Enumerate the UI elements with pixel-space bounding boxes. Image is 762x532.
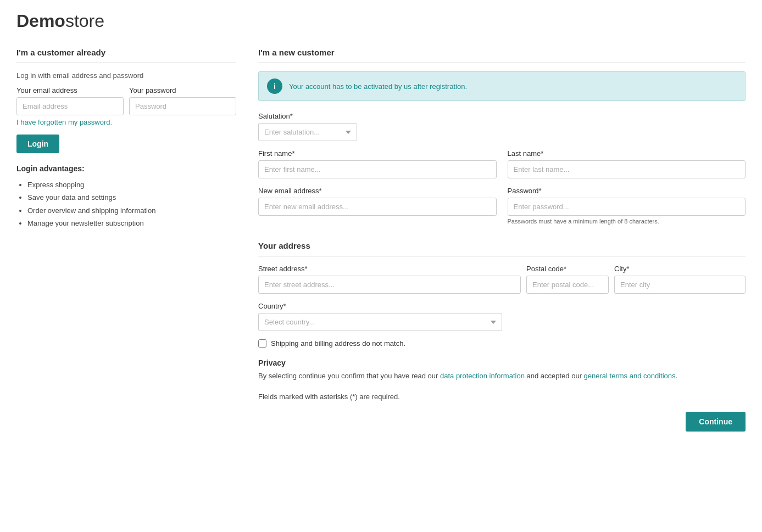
last-name-group: Last name* [508,149,746,178]
existing-customer-title: I'm a customer already [16,48,236,57]
country-select[interactable]: Select country... Germany Austria Switze… [258,313,502,331]
email-field-group: Your email address [16,86,124,115]
email-field-label: Your email address [16,86,124,94]
shipping-billing-label: Shipping and billing address do not matc… [271,339,405,348]
continue-row: Continue [258,412,746,432]
privacy-text-1: By selecting continue you confirm that y… [258,372,440,380]
logo-light: store [65,11,104,31]
email-input[interactable] [16,97,124,115]
last-name-label: Last name* [508,149,746,158]
privacy-text: By selecting continue you confirm that y… [258,371,746,382]
shipping-billing-row: Shipping and billing address do not matc… [258,339,746,348]
new-customer-title: I'm a new customer [258,48,746,57]
salutation-label: Salutation* [258,112,746,120]
left-panel: I'm a customer already Log in with email… [16,48,236,230]
street-label: Street address* [258,265,521,273]
new-password-input[interactable] [508,198,746,216]
street-input[interactable] [258,276,521,294]
required-note: Fields marked with asterisks (*) are req… [258,393,746,401]
logo: Demostore [16,11,746,31]
data-protection-link[interactable]: data protection information [440,372,525,380]
address-title: Your address [258,236,746,250]
forgot-password-link[interactable]: I have forgotten my password. [16,118,236,126]
advantage-3: Order overview and shipping information [27,204,236,217]
first-name-input[interactable] [258,160,497,178]
privacy-text-2: and accepted our [525,372,584,380]
banner-text: Your account has to be activated by us a… [289,82,467,91]
advantages-list: Express shopping Save your data and sett… [16,178,236,230]
salutation-select[interactable]: Enter salutation... Mr. Ms. Dr. [258,123,357,141]
privacy-text-3: . [676,372,678,380]
logo-bold: Demo [16,11,65,31]
left-divider [16,63,236,63]
new-email-input[interactable] [258,198,497,216]
first-name-group: First name* [258,149,497,178]
info-banner: i Your account has to be activated by us… [258,71,746,101]
info-icon: i [267,79,282,94]
terms-link[interactable]: general terms and conditions [584,372,676,380]
shipping-billing-checkbox[interactable] [258,339,266,348]
advantage-1: Express shopping [27,178,236,191]
first-name-label: First name* [258,149,497,158]
continue-button[interactable]: Continue [686,412,746,432]
new-password-group: Password* Passwords must have a minimum … [508,187,746,225]
postal-label: Postal code* [526,265,609,273]
postal-input[interactable] [526,276,609,294]
password-field-group: Your password [129,86,236,115]
last-name-input[interactable] [508,160,746,178]
right-divider [258,63,746,63]
address-divider [258,256,746,256]
street-group: Street address* [258,265,521,294]
new-email-group: New email address* [258,187,497,225]
advantages-title: Login advantages: [16,164,236,173]
country-label: Country* [258,302,502,310]
new-password-label: Password* [508,187,746,195]
login-subtitle: Log in with email address and password [16,71,236,80]
password-input[interactable] [129,97,236,115]
postal-group: Postal code* [526,265,609,294]
privacy-section: Privacy By selecting continue you confir… [258,359,746,382]
advantage-4: Manage your newsletter subscription [27,217,236,229]
right-panel: I'm a new customer i Your account has to… [258,48,746,432]
privacy-title: Privacy [258,359,746,367]
city-label: City* [614,265,746,273]
login-button[interactable]: Login [16,135,59,153]
new-email-label: New email address* [258,187,497,195]
advantage-2: Save your data and settings [27,191,236,204]
password-hint: Passwords must have a minimum length of … [508,218,746,225]
password-field-label: Your password [129,86,236,94]
city-input[interactable] [614,276,746,294]
city-group: City* [614,265,746,294]
